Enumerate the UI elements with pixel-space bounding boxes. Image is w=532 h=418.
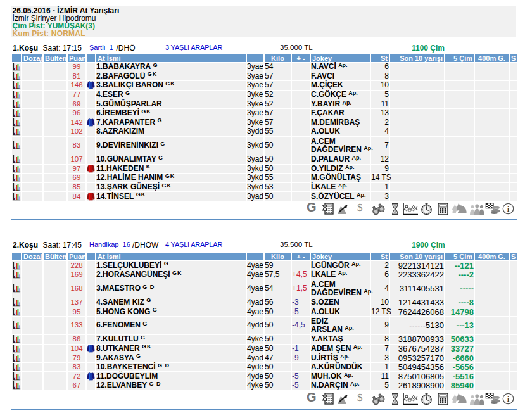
svg-text:i: i: [507, 204, 510, 213]
svg-text:i: i: [507, 394, 510, 403]
